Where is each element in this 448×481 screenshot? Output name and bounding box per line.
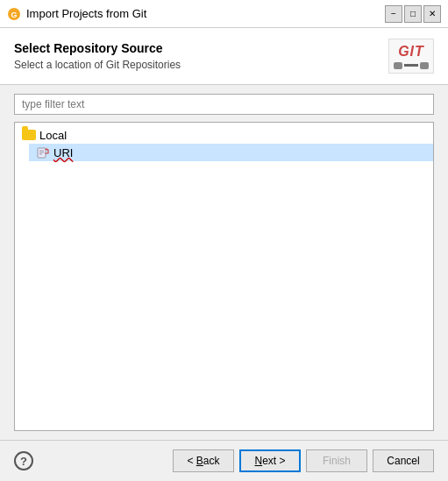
- dialog-body: Select Repository Source Select a locati…: [0, 28, 448, 481]
- tree-container: Local URI: [14, 122, 434, 431]
- finish-button[interactable]: Finish: [306, 449, 367, 472]
- window-controls: − □ ✕: [385, 5, 441, 23]
- next-button[interactable]: Next >: [239, 449, 301, 472]
- close-button[interactable]: ✕: [423, 5, 441, 23]
- maximize-button[interactable]: □: [404, 5, 422, 23]
- dialog-title: Select Repository Source: [14, 41, 181, 55]
- dialog-subtitle: Select a location of Git Repositories: [14, 59, 181, 71]
- back-button[interactable]: < Back: [173, 449, 234, 472]
- help-section: ?: [14, 451, 33, 470]
- list-item[interactable]: Local: [15, 126, 433, 144]
- git-logo-text: GIT: [398, 44, 424, 60]
- cancel-button[interactable]: Cancel: [373, 449, 434, 472]
- next-underline-char: N: [254, 455, 262, 467]
- content-section: Local URI: [0, 85, 448, 440]
- back-underline-char: B: [196, 455, 203, 467]
- navigation-buttons: < Back Next > Finish Cancel: [173, 449, 434, 472]
- folder-icon: [22, 128, 36, 142]
- header-section: Select Repository Source Select a locati…: [0, 28, 448, 85]
- minimize-button[interactable]: −: [385, 5, 402, 23]
- git-logo: GIT: [388, 39, 434, 74]
- bottom-bar: ? < Back Next > Finish Cancel: [0, 440, 448, 481]
- header-text: Select Repository Source Select a locati…: [14, 41, 181, 71]
- link-icon: [36, 145, 50, 159]
- window-title: Import Projects from Git: [26, 7, 380, 20]
- filter-input[interactable]: [14, 94, 434, 115]
- uri-label: URI: [53, 146, 73, 159]
- list-item[interactable]: URI: [29, 144, 433, 161]
- svg-text:G: G: [11, 11, 17, 19]
- help-button[interactable]: ?: [14, 451, 33, 470]
- local-label: Local: [39, 129, 67, 142]
- window-icon: G: [7, 7, 21, 21]
- title-bar: G Import Projects from Git − □ ✕: [0, 0, 448, 28]
- svg-rect-2: [38, 148, 46, 158]
